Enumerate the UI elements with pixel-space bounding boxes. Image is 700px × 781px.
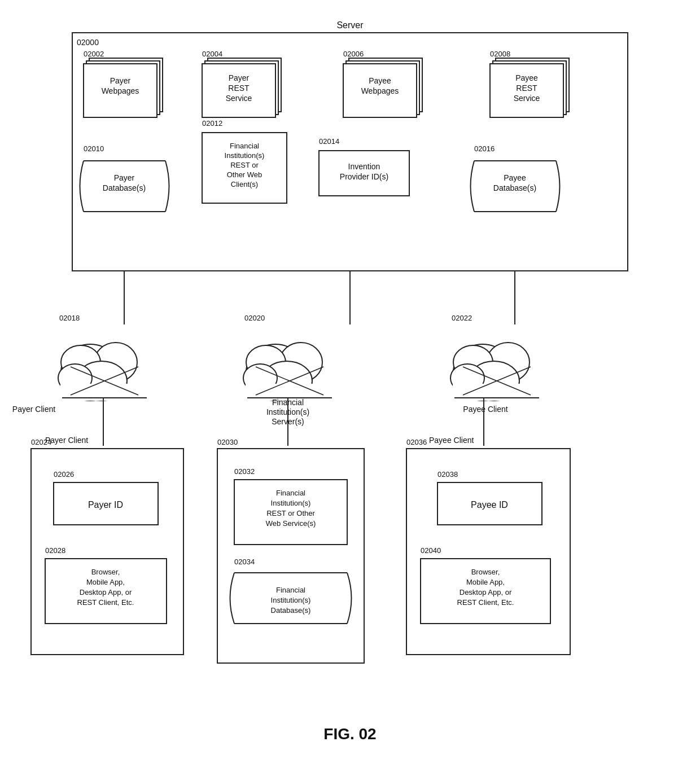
svg-point-57	[76, 361, 127, 401]
svg-text:Server(s): Server(s)	[272, 417, 304, 426]
svg-point-69	[243, 364, 277, 392]
svg-text:Other Web: Other Web	[227, 170, 262, 179]
svg-line-85	[463, 367, 531, 395]
svg-text:02008: 02008	[490, 50, 510, 58]
svg-text:Payer Client: Payer Client	[45, 436, 88, 445]
svg-rect-59	[60, 384, 145, 401]
svg-text:02002: 02002	[84, 50, 104, 58]
svg-text:02010: 02010	[84, 144, 104, 153]
svg-point-79	[487, 343, 530, 382]
svg-text:Database(s): Database(s)	[103, 183, 146, 192]
svg-point-78	[453, 344, 512, 401]
svg-text:Financial: Financial	[272, 398, 304, 407]
svg-text:Browser,: Browser,	[91, 568, 120, 576]
svg-point-67	[246, 345, 286, 379]
svg-text:Institution(s): Institution(s)	[271, 499, 311, 507]
svg-rect-98	[45, 559, 167, 624]
svg-rect-20	[496, 58, 569, 112]
svg-point-66	[279, 343, 322, 382]
svg-text:Webpages: Webpages	[361, 86, 399, 95]
svg-rect-92	[31, 449, 183, 655]
svg-text:Institution(s): Institution(s)	[266, 407, 309, 416]
svg-text:Payee: Payee	[369, 76, 391, 85]
svg-text:02018: 02018	[59, 314, 80, 322]
svg-text:02030: 02030	[217, 438, 238, 446]
diagram-svg: Server 02000 Payer Webpages 02002 Payer …	[0, 0, 700, 781]
server-label: Server	[336, 20, 364, 30]
svg-text:Provider ID(s): Provider ID(s)	[340, 172, 388, 181]
svg-text:Desktop App, or: Desktop App, or	[460, 588, 512, 596]
svg-text:02020: 02020	[244, 314, 265, 322]
svg-rect-41	[319, 151, 409, 196]
svg-text:02024: 02024	[31, 438, 51, 446]
svg-point-54	[61, 344, 120, 401]
svg-point-58	[58, 364, 92, 392]
svg-rect-70	[246, 384, 330, 401]
diagram-container: Server 02000 Payer Webpages 02002 Payer …	[0, 0, 700, 781]
svg-text:Payee: Payee	[504, 173, 526, 182]
svg-text:Payer Client: Payer Client	[12, 405, 55, 414]
svg-text:Institution(s): Institution(s)	[225, 151, 265, 160]
svg-text:FIG. 02: FIG. 02	[323, 725, 376, 743]
svg-point-65	[246, 344, 305, 401]
svg-rect-0	[72, 33, 628, 271]
svg-rect-34	[202, 133, 287, 203]
svg-text:Web Service(s): Web Service(s)	[266, 519, 316, 528]
svg-rect-15	[346, 61, 419, 115]
svg-text:Institution(s): Institution(s)	[271, 596, 311, 604]
svg-text:REST: REST	[516, 84, 537, 93]
svg-text:Payee: Payee	[515, 73, 538, 82]
svg-rect-104	[217, 449, 364, 663]
svg-rect-28	[84, 161, 165, 212]
svg-text:Payee ID: Payee ID	[471, 500, 508, 510]
svg-text:REST Client, Etc.: REST Client, Etc.	[77, 598, 134, 607]
svg-text:02026: 02026	[54, 470, 74, 479]
svg-text:Payer: Payer	[114, 173, 135, 182]
svg-rect-125	[421, 559, 550, 624]
svg-rect-3	[84, 64, 157, 117]
svg-text:02040: 02040	[421, 546, 441, 555]
svg-text:Mobile App,: Mobile App,	[86, 578, 125, 586]
svg-point-68	[261, 361, 312, 401]
svg-text:02034: 02034	[234, 558, 255, 566]
svg-rect-45	[474, 161, 556, 212]
svg-rect-122	[438, 482, 542, 525]
svg-text:02012: 02012	[202, 119, 222, 128]
svg-rect-7	[208, 58, 281, 112]
svg-point-81	[469, 361, 519, 401]
svg-rect-21	[493, 61, 566, 115]
svg-text:Financial: Financial	[276, 489, 305, 497]
svg-text:02036: 02036	[406, 438, 427, 446]
svg-text:Browser,: Browser,	[471, 568, 500, 576]
svg-rect-1	[89, 58, 163, 112]
svg-text:02004: 02004	[202, 50, 222, 58]
svg-text:Client(s): Client(s)	[231, 180, 258, 188]
svg-rect-16	[343, 64, 417, 117]
svg-line-73	[256, 367, 323, 395]
svg-point-80	[453, 345, 493, 379]
svg-text:02016: 02016	[474, 144, 495, 153]
svg-text:Webpages: Webpages	[102, 86, 139, 95]
svg-text:Database(s): Database(s)	[271, 606, 311, 615]
svg-text:REST Client, Etc.: REST Client, Etc.	[457, 598, 514, 607]
svg-line-86	[463, 367, 531, 395]
svg-rect-14	[349, 58, 422, 112]
svg-text:Payee Client: Payee Client	[463, 405, 508, 414]
svg-text:REST or: REST or	[230, 161, 259, 169]
svg-rect-2	[86, 61, 160, 115]
svg-point-82	[450, 364, 484, 392]
svg-text:Financial: Financial	[230, 142, 259, 150]
svg-rect-22	[490, 64, 563, 117]
svg-line-61	[71, 367, 138, 395]
svg-line-72	[256, 367, 323, 395]
server-id: 02000	[77, 38, 99, 47]
svg-rect-95	[54, 482, 158, 525]
svg-text:REST: REST	[228, 84, 250, 93]
svg-text:02022: 02022	[452, 314, 472, 322]
svg-point-56	[61, 345, 100, 379]
svg-text:Payee Client: Payee Client	[429, 436, 474, 445]
svg-text:REST or Other: REST or Other	[266, 509, 315, 517]
svg-text:02028: 02028	[45, 546, 65, 555]
svg-rect-9	[202, 64, 275, 117]
svg-rect-119	[406, 449, 570, 655]
